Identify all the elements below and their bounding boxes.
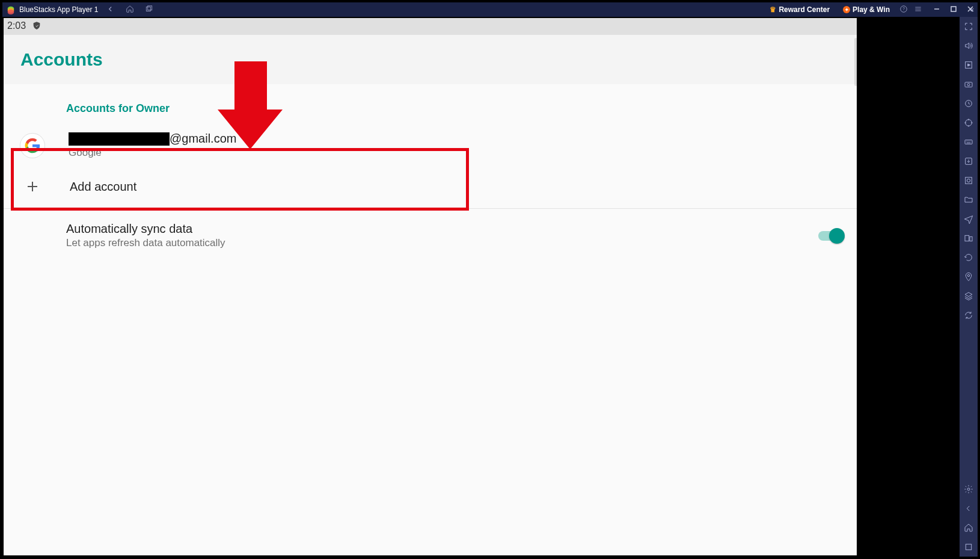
window-title: BlueStacks App Player 1 bbox=[19, 5, 98, 14]
layers-icon[interactable] bbox=[963, 290, 975, 302]
email-suffix: @gmail.com bbox=[170, 132, 236, 146]
sync-title: Automatically sync data bbox=[66, 222, 225, 236]
plus-icon bbox=[25, 179, 40, 194]
sync-subtitle: Let apps refresh data automatically bbox=[66, 237, 225, 249]
svg-rect-19 bbox=[966, 544, 971, 549]
play-box-icon[interactable] bbox=[963, 59, 975, 71]
crosshair-icon[interactable] bbox=[963, 117, 975, 129]
svg-point-17 bbox=[967, 274, 969, 276]
section-label: Accounts for Owner bbox=[2, 84, 858, 123]
account-text: @gmail.com Google bbox=[69, 132, 236, 159]
location-icon[interactable] bbox=[963, 271, 975, 283]
folder-icon[interactable] bbox=[963, 194, 975, 206]
play-win-label: Play & Win bbox=[853, 5, 890, 14]
help-icon[interactable]: ? bbox=[899, 5, 908, 15]
reward-center-label: Reward Center bbox=[779, 5, 830, 14]
fullscreen-icon[interactable] bbox=[963, 20, 975, 32]
sync-text: Automatically sync data Let apps refresh… bbox=[66, 222, 225, 249]
titlebar: BlueStacks App Player 1 ♛ Reward Center … bbox=[2, 2, 978, 17]
screenshot-icon[interactable] bbox=[963, 174, 975, 187]
rotate-icon[interactable] bbox=[963, 252, 975, 264]
svg-point-18 bbox=[967, 488, 970, 490]
settings-gear-icon[interactable] bbox=[963, 483, 975, 495]
plane-icon[interactable] bbox=[963, 213, 975, 225]
maximize-button[interactable] bbox=[950, 5, 957, 14]
bluestacks-sidebar bbox=[960, 17, 978, 557]
status-time: 2:03 bbox=[7, 20, 26, 31]
devices-icon[interactable] bbox=[963, 232, 975, 244]
volume-icon[interactable] bbox=[963, 40, 975, 52]
play-win-button[interactable]: ✦ Play & Win bbox=[839, 4, 893, 15]
sync-icon[interactable] bbox=[963, 309, 975, 321]
auto-sync-row[interactable]: Automatically sync data Let apps refresh… bbox=[2, 209, 858, 262]
svg-rect-7 bbox=[965, 82, 972, 87]
svg-rect-1 bbox=[148, 5, 152, 10]
apk-install-icon[interactable] bbox=[963, 155, 975, 167]
minimize-button[interactable] bbox=[933, 5, 940, 14]
android-statusbar: 2:03 bbox=[2, 17, 858, 35]
svg-rect-4 bbox=[951, 7, 956, 11]
scrollbar[interactable] bbox=[854, 38, 857, 86]
play-orb-icon: ✦ bbox=[843, 6, 850, 13]
android-recents-icon[interactable] bbox=[963, 541, 975, 553]
recents-icon[interactable] bbox=[145, 5, 153, 15]
back-icon[interactable] bbox=[106, 5, 115, 15]
shield-icon bbox=[32, 21, 41, 31]
android-home-icon[interactable] bbox=[963, 522, 975, 534]
android-back-icon[interactable] bbox=[963, 502, 975, 514]
home-icon[interactable] bbox=[126, 5, 134, 15]
google-logo-icon bbox=[20, 134, 44, 158]
google-account-row[interactable]: @gmail.com Google bbox=[2, 123, 858, 167]
titlebar-right: ♛ Reward Center ✦ Play & Win ? « bbox=[766, 4, 978, 15]
svg-text:?: ? bbox=[902, 7, 905, 11]
toggle-knob bbox=[829, 228, 845, 244]
titlebar-nav bbox=[106, 5, 153, 15]
account-email: @gmail.com bbox=[69, 132, 236, 146]
history-icon[interactable] bbox=[963, 97, 975, 110]
svg-point-14 bbox=[967, 179, 970, 182]
accounts-content: Accounts for Owner @gmail.com Goog bbox=[2, 84, 858, 262]
hamburger-menu-icon[interactable] bbox=[914, 5, 922, 15]
bluestacks-window: BlueStacks App Player 1 ♛ Reward Center … bbox=[0, 0, 980, 559]
add-account-row[interactable]: Add account bbox=[2, 167, 858, 206]
camera-icon[interactable] bbox=[963, 78, 975, 90]
page-title: Accounts bbox=[20, 49, 840, 70]
android-viewport: 2:03 Accounts Accounts for Owner bbox=[2, 17, 859, 557]
add-account-label: Add account bbox=[70, 180, 136, 194]
collapse-sidebar-icon[interactable]: « bbox=[970, 5, 974, 14]
keyboard-icon[interactable] bbox=[963, 136, 975, 148]
settings-header: Accounts bbox=[2, 35, 858, 84]
svg-rect-0 bbox=[147, 7, 151, 11]
svg-point-10 bbox=[966, 120, 972, 126]
reward-center-button[interactable]: ♛ Reward Center bbox=[766, 4, 833, 15]
sync-toggle[interactable] bbox=[818, 228, 845, 244]
svg-rect-15 bbox=[965, 235, 969, 241]
crown-icon: ♛ bbox=[770, 5, 776, 14]
redacted-email-prefix bbox=[69, 132, 170, 146]
svg-point-8 bbox=[967, 84, 970, 86]
bluestacks-logo-icon bbox=[6, 5, 16, 14]
svg-rect-13 bbox=[966, 178, 972, 184]
svg-rect-11 bbox=[965, 140, 972, 144]
svg-rect-16 bbox=[970, 236, 972, 241]
account-provider: Google bbox=[69, 147, 236, 159]
